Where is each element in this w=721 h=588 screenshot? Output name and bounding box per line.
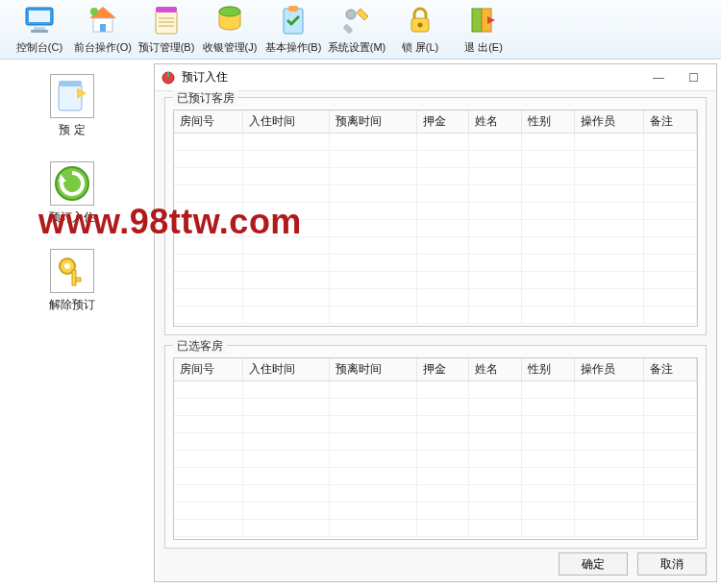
- clipboard-icon: [275, 2, 311, 38]
- selected-rooms-group: 已选客房 房间号入住时间预离时间押金姓名性别操作员备注: [164, 345, 707, 549]
- sidebar: 预 定 预订入住 解除预订: [0, 60, 144, 588]
- table-row[interactable]: [174, 451, 697, 468]
- svg-rect-16: [288, 6, 298, 12]
- svg-rect-31: [76, 278, 81, 282]
- cancel-button[interactable]: 取消: [637, 552, 707, 576]
- table-row[interactable]: [174, 134, 697, 151]
- notepad-icon: [148, 2, 185, 38]
- toolbar-booking[interactable]: 预订管理(B): [135, 2, 198, 55]
- toolbar-frontdesk[interactable]: 前台操作(O): [71, 2, 135, 55]
- table-row[interactable]: [174, 468, 697, 485]
- table-row[interactable]: [174, 168, 697, 185]
- svg-point-18: [346, 10, 356, 19]
- svg-rect-17: [342, 23, 353, 34]
- column-header[interactable]: 房间号: [174, 358, 243, 381]
- toolbar-cashier[interactable]: 收银管理(J): [198, 2, 261, 55]
- reserved-rooms-table[interactable]: 房间号入住时间预离时间押金姓名性别操作员备注: [173, 110, 698, 327]
- checkin-dialog: 预订入住 — ☐ 已预订客房 房间号入住时间预离时间押金姓名性别操作员备注 已选…: [154, 63, 717, 582]
- svg-point-29: [64, 263, 70, 269]
- group-legend: 已预订客房: [173, 90, 238, 107]
- svg-rect-6: [100, 24, 106, 32]
- main-toolbar: 控制台(C) 前台操作(O) 预订管理(B) 收银管理(J) 基本操作(B): [0, 0, 721, 60]
- minimize-button[interactable]: —: [641, 67, 676, 88]
- dialog-title: 预订入住: [182, 69, 641, 86]
- table-row[interactable]: [174, 416, 697, 433]
- svg-rect-25: [59, 81, 82, 86]
- dialog-titlebar[interactable]: 预订入住 — ☐: [155, 64, 716, 91]
- column-header[interactable]: 操作员: [574, 110, 643, 134]
- column-header[interactable]: 姓名: [469, 358, 522, 381]
- tools-icon: [338, 2, 375, 38]
- column-header[interactable]: 预离时间: [330, 110, 416, 134]
- maximize-button[interactable]: ☐: [676, 67, 710, 88]
- toolbar-exit[interactable]: 退 出(E): [452, 2, 515, 55]
- column-header[interactable]: 备注: [644, 110, 697, 134]
- svg-rect-9: [156, 7, 177, 12]
- sidebar-reserve[interactable]: 预 定: [38, 74, 106, 138]
- svg-rect-3: [31, 30, 48, 33]
- table-row[interactable]: [174, 220, 697, 237]
- svg-rect-33: [167, 72, 169, 77]
- group-legend: 已选客房: [173, 338, 227, 355]
- table-row[interactable]: [174, 255, 697, 272]
- exit-icon: [465, 2, 502, 38]
- table-row[interactable]: [174, 203, 697, 220]
- refresh-circle-icon: [50, 161, 94, 206]
- key-icon: [50, 249, 94, 293]
- sidebar-checkin-reserve[interactable]: 预订入住: [38, 161, 106, 226]
- column-header[interactable]: 备注: [644, 358, 697, 381]
- column-header[interactable]: 姓名: [469, 110, 522, 134]
- selected-rooms-table[interactable]: 房间号入住时间预离时间押金姓名性别操作员备注: [173, 357, 698, 540]
- house-icon: [85, 2, 121, 38]
- toolbar-lock[interactable]: 锁 屏(L): [388, 2, 452, 55]
- sidebar-cancel-reserve[interactable]: 解除预订: [38, 249, 106, 313]
- svg-point-20: [418, 23, 423, 28]
- notepad-icon: [50, 74, 94, 118]
- column-header[interactable]: 入住时间: [243, 110, 330, 134]
- column-header[interactable]: 押金: [416, 110, 469, 134]
- table-row[interactable]: [174, 520, 697, 537]
- table-row[interactable]: [174, 185, 697, 203]
- database-icon: [211, 2, 248, 38]
- table-row[interactable]: [174, 272, 697, 289]
- table-row[interactable]: [174, 433, 697, 451]
- svg-rect-21: [472, 9, 482, 32]
- svg-point-14: [219, 7, 240, 16]
- svg-rect-1: [29, 11, 50, 22]
- dialog-icon: [161, 70, 176, 86]
- column-header[interactable]: 房间号: [174, 110, 243, 134]
- monitor-icon: [21, 2, 58, 38]
- svg-point-7: [90, 8, 98, 15]
- table-row[interactable]: [174, 485, 697, 502]
- column-header[interactable]: 入住时间: [243, 358, 330, 381]
- ok-button[interactable]: 确定: [559, 552, 628, 576]
- column-header[interactable]: 性别: [522, 358, 575, 381]
- toolbar-settings[interactable]: 系统设置(M): [325, 2, 388, 55]
- svg-rect-30: [72, 270, 76, 285]
- column-header[interactable]: 预离时间: [330, 358, 416, 381]
- table-row[interactable]: [174, 381, 697, 399]
- table-row[interactable]: [174, 289, 697, 306]
- toolbar-console[interactable]: 控制台(C): [8, 2, 71, 55]
- column-header[interactable]: 操作员: [574, 358, 643, 381]
- table-row[interactable]: [174, 502, 697, 520]
- table-row[interactable]: [174, 399, 697, 416]
- table-row[interactable]: [174, 237, 697, 255]
- svg-rect-2: [34, 27, 45, 30]
- column-header[interactable]: 性别: [522, 110, 575, 134]
- toolbar-basic[interactable]: 基本操作(B): [261, 2, 325, 55]
- table-row[interactable]: [174, 151, 697, 168]
- reserved-rooms-group: 已预订客房 房间号入住时间预离时间押金姓名性别操作员备注: [164, 97, 707, 335]
- lock-icon: [402, 2, 438, 38]
- column-header[interactable]: 押金: [416, 358, 469, 381]
- table-row[interactable]: [174, 306, 697, 324]
